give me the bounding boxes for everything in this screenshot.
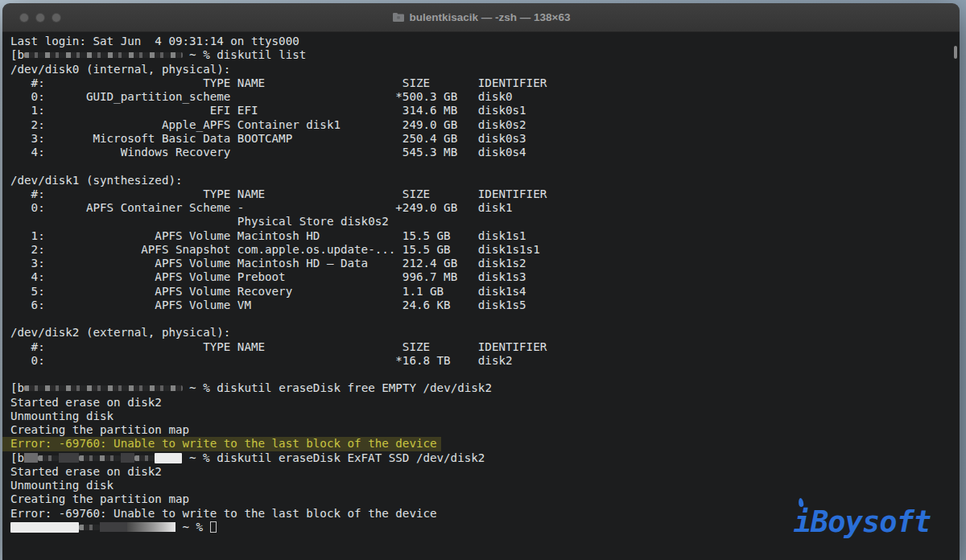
zoom-button[interactable]	[52, 13, 61, 23]
table-row: 0: GUID_partition_scheme *500.3 GB disk0	[10, 90, 960, 104]
redacted-text	[10, 522, 79, 533]
prompt-text: ~ % diskutil eraseDisk ExFAT SSD /dev/di…	[182, 451, 485, 464]
prompt-text: ~ %	[175, 521, 210, 533]
prompt-text: ~ % diskutil list	[183, 48, 307, 61]
output-line: Started erase on disk2	[10, 396, 960, 410]
redacted-text	[100, 522, 127, 532]
table-row: 1: APFS Volume Macintosh HD 15.5 GB disk…	[10, 229, 960, 243]
table-row: 6: APFS Volume VM 24.6 KB disk1s5	[10, 299, 960, 312]
minimize-button[interactable]	[35, 13, 45, 23]
prompt-diskutil-list: [b ~ % diskutil list	[10, 48, 960, 62]
traffic-lights	[2, 13, 61, 23]
watermark: iBoysoft	[794, 504, 931, 539]
output-line: Unmounting disk	[10, 410, 960, 423]
prompt-text: [b	[10, 451, 24, 464]
watermark-text: iBoysoft	[794, 504, 931, 539]
redacted-text	[121, 453, 134, 463]
output-line: Started erase on disk2	[10, 465, 960, 479]
folder-icon	[392, 12, 405, 23]
redacted-text	[24, 52, 182, 58]
terminal-output: Last login: Sat Jun 4 09:31:14 on ttys00…	[10, 35, 960, 534]
output-line: Unmounting disk	[10, 479, 960, 492]
table-row: 0: APFS Container Scheme - +249.0 GB dis…	[10, 201, 960, 215]
table-row: 5: APFS Volume Recovery 1.1 GB disk1s4	[10, 285, 960, 299]
error-line-highlighted: Error: -69760: Unable to write to the la…	[2, 437, 441, 451]
prompt-erasedisk-free: [b ~ % diskutil eraseDisk free EMPTY /de…	[10, 381, 960, 395]
redacted-text	[79, 455, 120, 461]
last-login-line: Last login: Sat Jun 4 09:31:14 on ttys00…	[10, 35, 960, 48]
table-header: #: TYPE NAME SIZE IDENTIFIER	[10, 187, 960, 201]
prompt-erasedisk-exfat: [b ~ % diskutil eraseDisk ExFAT SSD /dev…	[10, 451, 960, 465]
window-title-area: bulentkisacik — -zsh — 138×63	[2, 3, 960, 31]
table-row: 2: Apple_APFS Container disk1 249.0 GB d…	[10, 118, 960, 132]
terminal-screen[interactable]: Last login: Sat Jun 4 09:31:14 on ttys00…	[2, 32, 960, 560]
terminal-cursor	[210, 521, 217, 533]
blank-line	[10, 159, 960, 173]
redacted-text	[79, 525, 100, 530]
table-row: 2: APFS Snapshot com.apple.os.update-...…	[10, 243, 960, 257]
redacted-text	[155, 453, 182, 463]
disk0-header: /dev/disk0 (internal, physical):	[10, 63, 960, 76]
blank-line	[10, 368, 960, 381]
table-header: #: TYPE NAME SIZE IDENTIFIER	[10, 340, 960, 354]
prompt-text: [b	[10, 48, 24, 61]
prompt-text: [b	[10, 381, 24, 394]
redacted-text	[24, 385, 182, 391]
blank-line	[10, 312, 960, 326]
table-row: 1: EFI EFI 314.6 MB disk0s1	[10, 104, 960, 117]
redacted-text	[134, 455, 155, 461]
window-title: bulentkisacik — -zsh — 138×63	[410, 11, 571, 23]
redacted-text	[24, 453, 38, 463]
redacted-text	[127, 522, 175, 532]
table-row: 3: APFS Volume Macintosh HD — Data 212.4…	[10, 257, 960, 270]
output-line: Creating the partition map	[10, 423, 960, 437]
titlebar[interactable]: bulentkisacik — -zsh — 138×63	[2, 3, 960, 32]
terminal-window: bulentkisacik — -zsh — 138×63 Last login…	[2, 3, 960, 560]
table-row: 0: *16.8 TB disk2	[10, 354, 960, 368]
scrollbar-thumb[interactable]	[954, 46, 957, 59]
table-row: 4: APFS Volume Preboot 996.7 MB disk1s3	[10, 270, 960, 284]
redacted-text	[59, 453, 80, 463]
table-header: #: TYPE NAME SIZE IDENTIFIER	[10, 76, 960, 90]
table-row: 3: Microsoft Basic Data BOOTCAMP 250.4 G…	[10, 132, 960, 146]
table-row: 4: Windows Recovery 545.3 MB disk0s4	[10, 146, 960, 159]
disk1-header: /dev/disk1 (synthesized):	[10, 174, 960, 187]
table-row: Physical Store disk0s2	[10, 215, 960, 229]
close-button[interactable]	[19, 13, 29, 23]
redacted-text	[38, 455, 59, 461]
prompt-text: ~ % diskutil eraseDisk free EMPTY /dev/d…	[183, 381, 492, 394]
disk2-header: /dev/disk2 (external, physical):	[10, 326, 960, 340]
